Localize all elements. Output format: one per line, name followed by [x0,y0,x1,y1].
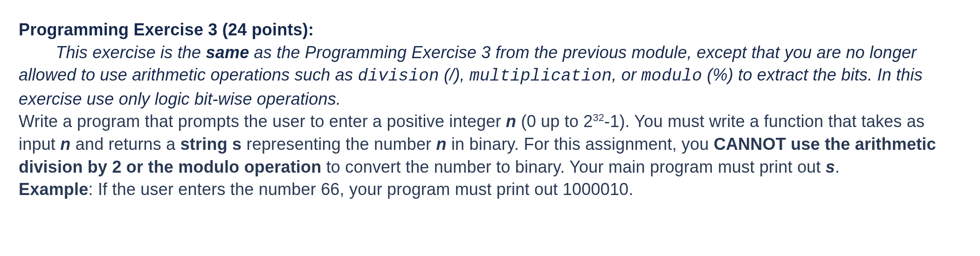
code-multiplication: multiplication [469,67,612,86]
intro-or: , or [612,65,641,84]
intro-paragraph: This exercise is the same as the Program… [19,43,923,108]
intro-lead: This exercise is the [55,43,206,62]
var-n-1: n [506,112,516,131]
body-s1b: (0 up to 2 [516,112,593,131]
body-s1e: representing the number [242,135,436,154]
example-text: : If the user enters the number 66, your… [88,180,633,199]
code-modulo: modulo [641,67,702,86]
body-s1h: . [835,157,840,176]
exercise-heading: Programming Exercise 3 (24 points): [19,20,314,39]
intro-div-sym: (/), [439,65,469,84]
example-label: Example [19,180,88,199]
body-s1a: Write a program that prompts the user to… [19,112,506,131]
code-division: division [358,67,439,86]
string-s: string s [180,135,242,154]
exponent-32: 32 [593,112,604,123]
var-s: s [826,157,835,176]
body-s1f: in binary. For this assignment, you [447,135,714,154]
var-n-3: n [436,135,447,154]
intro-same: same [206,43,249,62]
body-s1g: to convert the number to binary. Your ma… [321,157,825,176]
var-n-2: n [60,135,70,154]
exercise-text-block: Programming Exercise 3 (24 points): This… [19,19,961,201]
body-s1d: and returns a [70,135,180,154]
